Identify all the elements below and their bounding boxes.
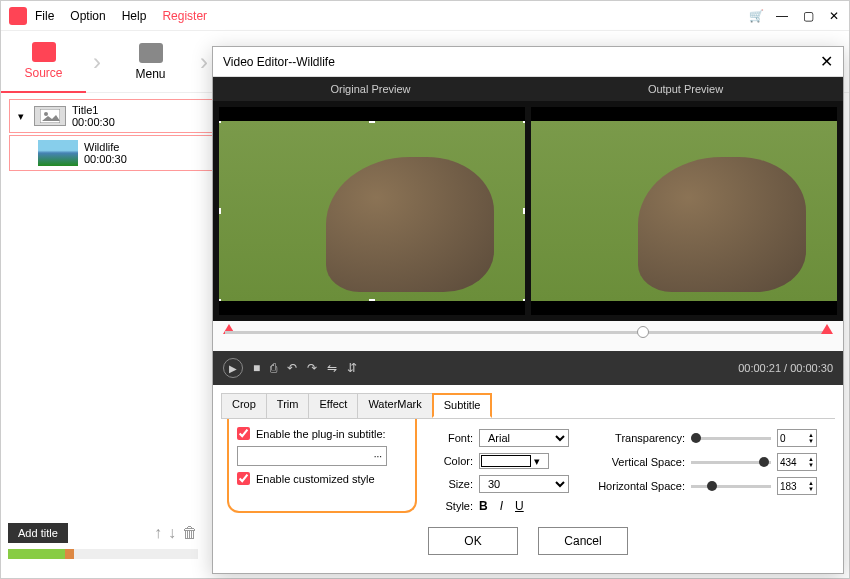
hspace-label: Horizontal Space: <box>585 480 685 492</box>
size-label: Size: <box>433 478 473 490</box>
rotate-left-icon[interactable]: ↶ <box>287 361 297 375</box>
cart-icon[interactable]: 🛒 <box>749 9 763 23</box>
bottom-bar: Add title ↑ ↓ 🗑 <box>8 523 198 559</box>
video-editor-dialog: Video Editor--Wildlife ✕ Original Previe… <box>212 46 844 574</box>
bold-button[interactable]: B <box>479 499 488 513</box>
color-label: Color: <box>433 455 473 467</box>
timeline[interactable] <box>8 549 198 559</box>
font-group: Font: Arial Color: ▾ Size: 30 Style: B I… <box>433 429 569 513</box>
playhead[interactable] <box>637 326 649 338</box>
flip-h-icon[interactable]: ⇋ <box>327 361 337 375</box>
stop-button[interactable]: ■ <box>253 361 260 375</box>
expand-icon[interactable]: ▾ <box>18 110 30 123</box>
menu-file[interactable]: File <box>35 9 54 23</box>
tab-effect[interactable]: Effect <box>308 393 358 418</box>
output-label: Output Preview <box>528 77 843 101</box>
playback-controls: ▶ ■ ⎙ ↶ ↷ ⇋ ⇵ 00:00:21 / 00:00:30 <box>213 351 843 385</box>
source-icon <box>32 42 56 62</box>
ok-button[interactable]: OK <box>428 527 518 555</box>
timecode: 00:00:21 / 00:00:30 <box>738 362 833 374</box>
vspace-label: Vertical Space: <box>585 456 685 468</box>
hspace-slider[interactable] <box>691 485 771 488</box>
enable-plugin-label: Enable the plug-in subtitle: <box>256 428 386 440</box>
subtitle-path-input[interactable]: ··· <box>237 446 387 466</box>
move-up-icon[interactable]: ↑ <box>154 524 162 542</box>
preview-area <box>213 101 843 321</box>
tab-watermark[interactable]: WaterMark <box>357 393 432 418</box>
snapshot-button[interactable]: ⎙ <box>270 361 277 375</box>
color-picker[interactable]: ▾ <box>479 453 549 469</box>
output-preview <box>531 107 837 315</box>
italic-button[interactable]: I <box>500 499 503 513</box>
dialog-title: Video Editor--Wildlife <box>223 55 335 69</box>
dialog-buttons: OK Cancel <box>213 519 843 563</box>
tab-source[interactable]: Source <box>1 31 86 93</box>
subtitle-enable-group: Enable the plug-in subtitle: ··· Enable … <box>227 419 417 513</box>
enable-style-checkbox[interactable] <box>237 472 250 485</box>
tab-crop[interactable]: Crop <box>221 393 267 418</box>
minimize-icon[interactable]: — <box>775 9 789 23</box>
menu-option[interactable]: Option <box>70 9 105 23</box>
title-thumb <box>34 106 66 126</box>
style-label: Style: <box>433 500 473 512</box>
font-label: Font: <box>433 432 473 444</box>
enable-plugin-checkbox[interactable] <box>237 427 250 440</box>
transparency-slider[interactable] <box>691 437 771 440</box>
preview-header: Original Preview Output Preview <box>213 77 843 101</box>
rotate-right-icon[interactable]: ↷ <box>307 361 317 375</box>
original-preview[interactable] <box>219 107 525 315</box>
trim-end-marker[interactable] <box>821 324 833 334</box>
menu-icon <box>139 43 163 63</box>
enable-style-label: Enable customized style <box>256 473 375 485</box>
transparency-label: Transparency: <box>585 432 685 444</box>
vspace-spinbox[interactable]: 434▲▼ <box>777 453 817 471</box>
app-logo <box>9 7 27 25</box>
hspace-spinbox[interactable]: 183▲▼ <box>777 477 817 495</box>
original-label: Original Preview <box>213 77 528 101</box>
svg-point-1 <box>44 112 48 116</box>
size-select[interactable]: 30 <box>479 475 569 493</box>
trash-icon[interactable]: 🗑 <box>182 524 198 542</box>
tab-label: Source <box>24 66 62 80</box>
play-button[interactable]: ▶ <box>223 358 243 378</box>
crop-frame[interactable] <box>219 121 525 301</box>
timeline-slider[interactable] <box>213 321 843 351</box>
dialog-close-icon[interactable]: ✕ <box>820 52 833 71</box>
close-icon[interactable]: ✕ <box>827 9 841 23</box>
cancel-button[interactable]: Cancel <box>538 527 628 555</box>
transparency-spinbox[interactable]: 0▲▼ <box>777 429 817 447</box>
vspace-slider[interactable] <box>691 461 771 464</box>
tab-subtitle[interactable]: Subtitle <box>432 393 493 418</box>
browse-icon[interactable]: ··· <box>374 451 382 462</box>
dialog-titlebar: Video Editor--Wildlife ✕ <box>213 47 843 77</box>
edit-tabs: Crop Trim Effect WaterMark Subtitle <box>221 393 835 419</box>
menu-help[interactable]: Help <box>122 9 147 23</box>
add-title-button[interactable]: Add title <box>8 523 68 543</box>
clip-thumb <box>38 140 78 166</box>
titlebar: File Option Help Register 🛒 — ▢ ✕ <box>1 1 849 31</box>
maximize-icon[interactable]: ▢ <box>801 9 815 23</box>
flip-v-icon[interactable]: ⇵ <box>347 361 357 375</box>
tab-menu[interactable]: Menu <box>108 31 193 93</box>
position-group: Transparency: 0▲▼ Vertical Space: 434▲▼ … <box>585 429 817 513</box>
tab-trim[interactable]: Trim <box>266 393 310 418</box>
chevron-icon: › <box>86 31 108 93</box>
tab-label: Menu <box>135 67 165 81</box>
subtitle-options: Enable the plug-in subtitle: ··· Enable … <box>213 419 843 519</box>
menu-register[interactable]: Register <box>162 9 207 23</box>
underline-button[interactable]: U <box>515 499 524 513</box>
move-down-icon[interactable]: ↓ <box>168 524 176 542</box>
font-select[interactable]: Arial <box>479 429 569 447</box>
